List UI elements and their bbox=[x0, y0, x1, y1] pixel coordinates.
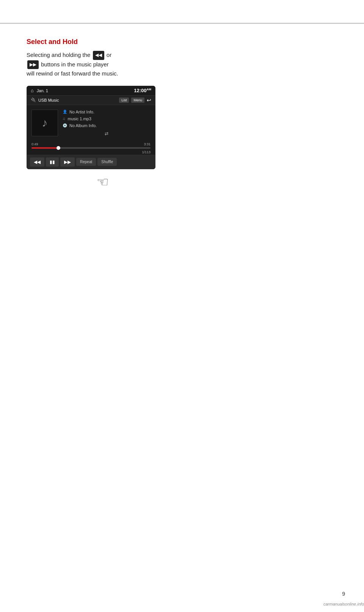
back-icon[interactable]: ↩ bbox=[147, 97, 151, 103]
source-title: USB Music bbox=[38, 98, 117, 102]
total-time: 3:31 bbox=[144, 142, 151, 146]
track-info: 👤 No Artist Info. ♫ music 1.mp3 💿 No Alb… bbox=[63, 110, 151, 136]
album-art: ♪ bbox=[31, 110, 58, 136]
section-title: Select and Hold bbox=[27, 38, 186, 46]
track-row: ♫ music 1.mp3 bbox=[63, 116, 151, 121]
player-topbar: ⌂ Jan. 1 12:00AM bbox=[27, 86, 155, 95]
prev-button[interactable]: ◀◀ bbox=[30, 157, 44, 167]
desc-part3: buttons in the music player bbox=[41, 61, 108, 68]
player-toolbar: 🔌 USB Music List Menu ↩ bbox=[27, 96, 155, 105]
desc-part1: Selecting and holding the bbox=[27, 52, 90, 58]
forward-button-inline: ▶▶ bbox=[27, 60, 39, 69]
list-button[interactable]: List bbox=[119, 98, 129, 103]
artist-row: 👤 No Artist Info. bbox=[63, 110, 151, 114]
cursor-hand-icon: ☞ bbox=[97, 174, 109, 190]
repeat-row: ⇄ bbox=[63, 131, 151, 136]
topbar-left: ⌂ Jan. 1 bbox=[31, 88, 48, 93]
progress-fill bbox=[31, 147, 58, 149]
content-area: Select and Hold Selecting and holding th… bbox=[27, 38, 186, 169]
home-icon: ⌂ bbox=[31, 88, 34, 93]
progress-bar[interactable] bbox=[31, 147, 151, 149]
shuffle-button[interactable]: Shuffle bbox=[97, 158, 117, 166]
progress-handle[interactable] bbox=[56, 146, 60, 150]
album-icon: 💿 bbox=[63, 123, 67, 127]
topbar-time: 12:00AM bbox=[134, 88, 151, 93]
topbar-date: Jan. 1 bbox=[37, 88, 48, 93]
usb-icon: 🔌 bbox=[31, 98, 36, 102]
repeat-button[interactable]: Repeat bbox=[76, 158, 96, 166]
description-text: Selecting and holding the ◀◀ or ▶▶ butto… bbox=[27, 50, 186, 78]
player-screenshot: ⌂ Jan. 1 12:00AM 🔌 USB Music List Menu ↩… bbox=[27, 86, 155, 169]
album-row: 💿 No Album Info. bbox=[63, 123, 151, 128]
progress-times: 0:49 3:31 bbox=[31, 142, 151, 146]
album-text: No Album Info. bbox=[69, 123, 97, 128]
music-note-icon: ♪ bbox=[42, 116, 48, 129]
menu-button[interactable]: Menu bbox=[131, 98, 144, 103]
rewind-button-inline: ◀◀ bbox=[93, 51, 104, 60]
player-controls: ◀◀ ▮▮ ▶▶ Repeat Shuffle bbox=[27, 155, 155, 169]
pause-button[interactable]: ▮▮ bbox=[46, 157, 59, 167]
desc-part2: or bbox=[107, 52, 111, 58]
watermark: carmanualsonline.info bbox=[323, 602, 364, 606]
artist-icon: 👤 bbox=[63, 110, 67, 114]
track-icon: ♫ bbox=[63, 116, 66, 121]
track-counter: 1/113 bbox=[27, 149, 155, 155]
repeat-symbol: ⇄ bbox=[105, 131, 108, 136]
player-main: ♪ 👤 No Artist Info. ♫ music 1.mp3 💿 No A… bbox=[27, 105, 155, 141]
track-text: music 1.mp3 bbox=[68, 116, 91, 121]
next-button[interactable]: ▶▶ bbox=[60, 157, 75, 167]
page-number: 9 bbox=[342, 591, 345, 597]
top-border bbox=[0, 23, 364, 24]
desc-part4: will rewind or fast forward the music. bbox=[27, 70, 118, 77]
progress-section: 0:49 3:31 bbox=[27, 141, 155, 149]
artist-text: No Artist Info. bbox=[69, 110, 94, 114]
elapsed-time: 0:49 bbox=[31, 142, 38, 146]
screenshot-container: ⌂ Jan. 1 12:00AM 🔌 USB Music List Menu ↩… bbox=[27, 86, 155, 169]
